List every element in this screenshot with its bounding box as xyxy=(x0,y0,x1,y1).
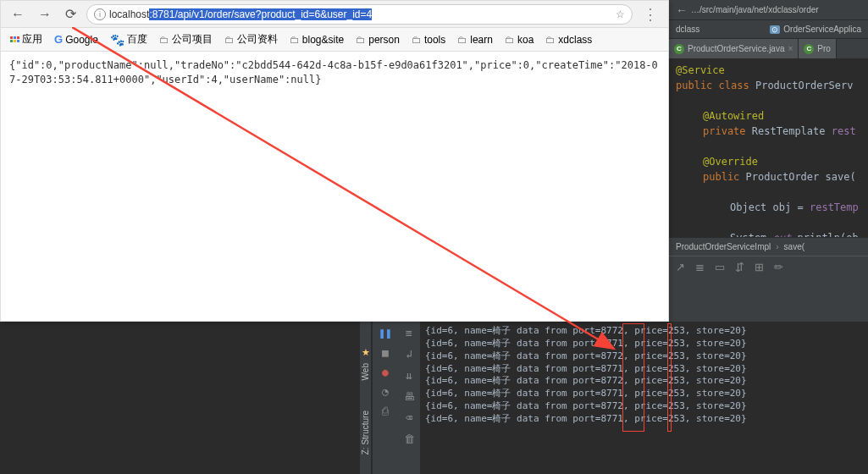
filter-icon[interactable]: ≡ xyxy=(406,327,412,339)
tool-icon[interactable]: ≣ xyxy=(695,261,705,273)
print-icon[interactable]: 🖶 xyxy=(404,390,415,403)
info-icon[interactable]: i xyxy=(94,8,106,20)
bookmark-folder[interactable]: 🗀tools xyxy=(407,32,450,47)
bookmark-apps[interactable]: 应用 xyxy=(6,30,47,48)
run-config-icon: ⊙ xyxy=(770,25,780,34)
wrap-icon[interactable]: ↲ xyxy=(406,348,412,361)
bookmark-folder[interactable]: 🗀公司资料 xyxy=(220,30,282,48)
folder-icon: 🗀 xyxy=(290,34,300,46)
trash-icon[interactable]: 🗑 xyxy=(404,433,415,445)
highlight-box-2 xyxy=(667,323,672,432)
folder-icon: 🗀 xyxy=(505,34,515,46)
structure-tool[interactable]: Z: Structure xyxy=(361,411,370,455)
response-body[interactable]: {"id":0,"productName":null,"tradeNo":"c2… xyxy=(1,52,668,94)
breadcrumb-method[interactable]: save( xyxy=(784,242,804,251)
console: ❚❚ ■ ● ◔ ⎙ ≡ ↲ ⇊ 🖶 ⌫ 🗑 {id=6, name=椅子 da… xyxy=(373,322,868,474)
reload-icon[interactable]: ⟳ xyxy=(62,4,80,24)
bookmark-folder[interactable]: 🗀xdclass xyxy=(541,32,596,47)
bookmark-baidu[interactable]: 🐾 百度 xyxy=(106,30,152,48)
tool-icon[interactable]: ⇵ xyxy=(735,261,744,273)
stop-icon[interactable]: ■ xyxy=(382,346,389,359)
apps-icon xyxy=(10,36,19,42)
tool-icon[interactable]: ✏ xyxy=(774,261,783,273)
baidu-icon: 🐾 xyxy=(110,33,124,47)
path-text: …/src/main/java/net/xdclass/order xyxy=(691,5,819,14)
run-config-label[interactable]: OrderServiceApplica xyxy=(783,25,861,34)
folder-icon: 🗀 xyxy=(224,34,235,46)
clear-icon[interactable]: ⌫ xyxy=(406,411,412,424)
nav-back-icon[interactable]: ← xyxy=(676,3,688,17)
console-toolbar-2: ≡ ↲ ⇊ 🖶 ⌫ 🗑 xyxy=(398,322,420,474)
folder-icon: 🗀 xyxy=(159,34,169,46)
tab-pro[interactable]: C Pro xyxy=(799,39,837,58)
bookmark-folder[interactable]: 🗀blog&site xyxy=(285,32,348,47)
chevron-right-icon: › xyxy=(776,242,778,251)
bookmark-folder[interactable]: 🗀公司项目 xyxy=(155,30,217,48)
pause-icon[interactable]: ❚❚ xyxy=(379,327,392,339)
console-toolbar-1: ❚❚ ■ ● ◔ ⎙ xyxy=(373,322,398,474)
web-tool[interactable]: Web xyxy=(361,363,370,380)
bookmark-google[interactable]: G Google xyxy=(50,31,102,47)
bookmark-folder[interactable]: 🗀koa xyxy=(500,32,538,47)
star-icon[interactable]: ★ xyxy=(362,347,370,358)
tool-icon[interactable]: ⊞ xyxy=(755,261,764,273)
camera-icon[interactable]: ⎙ xyxy=(382,405,389,417)
path-tail: dclass xyxy=(676,25,699,34)
tab-product-order-service[interactable]: C ProductOrderService.java × xyxy=(669,39,799,58)
code-editor[interactable]: @Service public class ProductOrderServ @… xyxy=(669,59,868,237)
editor-tabs: C ProductOrderService.java × C Pro xyxy=(669,39,868,59)
ide-path-bar: ← …/src/main/java/net/xdclass/order xyxy=(669,0,868,20)
menu-icon[interactable]: ⋮ xyxy=(639,5,661,24)
scroll-icon[interactable]: ⇊ xyxy=(406,369,412,382)
bookmarks-bar: 应用 G Google 🐾 百度 🗀公司项目 🗀公司资料 🗀blog&site … xyxy=(1,28,668,52)
url-bar[interactable]: i localhost:8781/api/v1/order/save?produ… xyxy=(86,4,633,25)
class-icon: C xyxy=(804,44,814,54)
dump-icon[interactable]: ◔ xyxy=(382,385,389,398)
breadcrumb-class[interactable]: ProductOrderServiceImpl xyxy=(676,242,771,251)
highlight-box-1 xyxy=(622,323,644,432)
breadcrumb: ProductOrderServiceImpl › save( xyxy=(669,237,868,256)
record-icon[interactable]: ● xyxy=(382,366,389,378)
browser-toolbar: ← → ⟳ i localhost:8781/api/v1/order/save… xyxy=(1,1,668,28)
tool-icon[interactable]: ↗ xyxy=(676,261,685,273)
folder-icon: 🗀 xyxy=(412,34,422,46)
bookmark-folder[interactable]: 🗀learn xyxy=(453,32,497,47)
forward-icon[interactable]: → xyxy=(35,5,55,24)
bookmark-star-icon[interactable]: ☆ xyxy=(616,8,625,20)
google-icon: G xyxy=(54,33,63,46)
side-strip: ★ Web Z: Structure xyxy=(360,322,372,474)
folder-icon: 🗀 xyxy=(457,34,467,46)
folder-icon: 🗀 xyxy=(356,34,366,46)
bookmark-folder[interactable]: 🗀person xyxy=(351,32,404,47)
close-icon[interactable]: × xyxy=(788,44,793,53)
tool-row: ↗ ≣ ▭ ⇵ ⊞ ✏ xyxy=(669,256,868,278)
browser-window: ← → ⟳ i localhost:8781/api/v1/order/save… xyxy=(0,0,669,322)
folder-icon: 🗀 xyxy=(545,34,556,46)
class-icon: C xyxy=(674,44,684,54)
back-icon[interactable]: ← xyxy=(8,5,28,24)
tool-icon[interactable]: ▭ xyxy=(715,261,725,273)
